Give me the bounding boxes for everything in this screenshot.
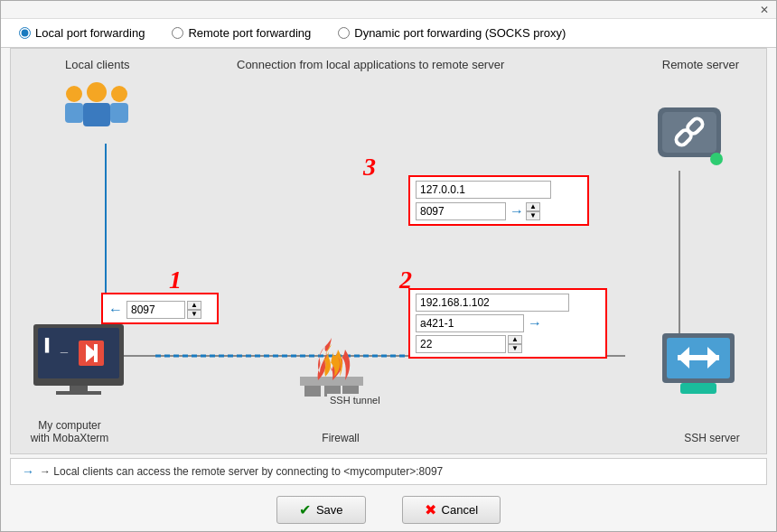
diagram-area: Local clients Connection from local appl… xyxy=(10,48,767,454)
radio-remote-input[interactable] xyxy=(172,27,183,39)
radio-local-input[interactable] xyxy=(19,27,31,39)
svg-rect-9 xyxy=(83,103,110,126)
people-icon xyxy=(56,76,137,142)
radio-options-bar: Local port forwarding Remote port forwar… xyxy=(1,19,776,48)
svg-rect-7 xyxy=(110,103,128,123)
ssh-server-icon xyxy=(658,329,739,404)
cancel-label: Cancel xyxy=(442,503,478,517)
remote-server-icon xyxy=(649,94,730,178)
step1-label: 1 xyxy=(169,266,182,294)
radio-local-label: Local port forwarding xyxy=(35,26,145,40)
ssh-port-up[interactable]: ▲ xyxy=(508,335,522,344)
remote-port-down[interactable]: ▼ xyxy=(526,211,540,220)
radio-remote-label: Remote port forwarding xyxy=(188,26,311,40)
svg-point-6 xyxy=(111,86,127,102)
cancel-x-icon: ✖ xyxy=(425,501,436,518)
svg-point-8 xyxy=(87,82,107,102)
local-port-down[interactable]: ▼ xyxy=(187,310,201,319)
label-connection: Connection from local applications to re… xyxy=(237,58,504,71)
radio-remote[interactable]: Remote port forwarding xyxy=(172,26,311,40)
ssh-host-input[interactable]: 192.168.1.102 xyxy=(416,294,569,312)
svg-rect-15 xyxy=(94,344,98,362)
save-label: Save xyxy=(316,503,343,517)
svg-rect-21 xyxy=(300,377,363,386)
local-port-up[interactable]: ▲ xyxy=(187,301,201,310)
remote-host-input[interactable]: 127.0.0.1 xyxy=(416,181,551,199)
cancel-button[interactable]: ✖ Cancel xyxy=(402,496,501,524)
svg-point-4 xyxy=(66,86,82,102)
ssh-port-down[interactable]: ▼ xyxy=(508,344,522,353)
remote-port-spinners: ▲ ▼ xyxy=(526,202,540,220)
svg-text:▌ _: ▌ _ xyxy=(44,337,69,353)
local-port-box: ← 8097 ▲ ▼ xyxy=(101,293,219,324)
my-computer-label: My computer with MobaXterm xyxy=(24,419,115,444)
arrow-left-icon: ← xyxy=(108,302,123,318)
ssh-gateway-input[interactable]: a421-1 xyxy=(416,314,524,332)
radio-dynamic-input[interactable] xyxy=(338,27,350,39)
info-text: → Local clients can access the remote se… xyxy=(40,465,443,478)
close-button[interactable]: ✕ xyxy=(760,4,769,16)
svg-rect-32 xyxy=(680,383,716,394)
svg-rect-17 xyxy=(56,391,101,395)
button-bar: ✔ Save ✖ Cancel xyxy=(1,489,776,531)
ssh-server-label: SSH server xyxy=(676,432,748,444)
local-port-input[interactable]: 8097 xyxy=(126,301,185,319)
local-port-spinners: ▲ ▼ xyxy=(187,301,201,319)
ssh-tunnel-label: SSH tunnel xyxy=(327,394,383,406)
remote-port-input[interactable]: 8097 xyxy=(416,202,506,220)
arrow-right2-icon: → xyxy=(528,315,542,331)
arrow-right-icon: → xyxy=(510,203,524,219)
radio-dynamic[interactable]: Dynamic port forwarding (SOCKS proxy) xyxy=(338,26,566,40)
my-computer-icon: ▌ _ xyxy=(29,324,128,399)
svg-rect-5 xyxy=(65,103,83,123)
save-check-icon: ✔ xyxy=(299,501,311,518)
firewall-label: Firewall xyxy=(309,432,372,444)
remote-port-field: 8097 → ▲ ▼ xyxy=(416,202,582,220)
remote-port-up[interactable]: ▲ xyxy=(526,202,540,211)
radio-local[interactable]: Local port forwarding xyxy=(19,26,145,40)
radio-dynamic-label: Dynamic port forwarding (SOCKS proxy) xyxy=(354,26,566,40)
ssh-port-spinners: ▲ ▼ xyxy=(508,335,522,353)
info-arrow-icon: → xyxy=(22,464,34,479)
ssh-port-input[interactable]: 22 xyxy=(416,335,506,353)
save-button[interactable]: ✔ Save xyxy=(276,496,366,524)
local-port-field: ← 8097 ▲ ▼ xyxy=(108,301,211,319)
info-bar: → → Local clients can access the remote … xyxy=(10,458,767,485)
remote-host-box: 127.0.0.1 8097 → ▲ ▼ xyxy=(408,175,589,226)
label-remote-server: Remote server xyxy=(662,58,739,71)
step3-label: 3 xyxy=(363,153,376,182)
ssh-port-field: 22 ▲ ▼ xyxy=(416,335,600,353)
svg-rect-16 xyxy=(70,386,88,391)
ssh-server-box: 192.168.1.102 a421-1 → 22 ▲ ▼ xyxy=(408,288,607,359)
main-window: ✕ Local port forwarding Remote port forw… xyxy=(0,0,777,532)
title-bar: ✕ xyxy=(1,1,776,19)
svg-point-26 xyxy=(710,153,723,165)
label-local-clients: Local clients xyxy=(65,58,130,71)
